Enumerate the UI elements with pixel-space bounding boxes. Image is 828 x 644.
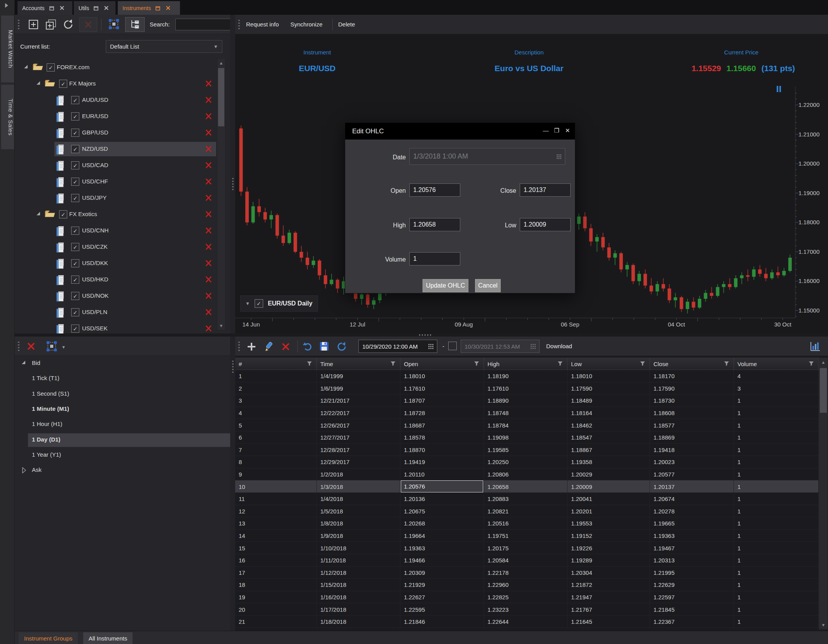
cell-volume[interactable]: 1 bbox=[734, 591, 819, 604]
add-list-icon[interactable] bbox=[27, 18, 40, 31]
table-row[interactable]: 201/17/20181.225951.232231.217671.218451 bbox=[235, 603, 819, 616]
cell-close[interactable]: 1.21845 bbox=[650, 603, 734, 616]
cell-time[interactable]: 1/10/2018 bbox=[317, 542, 400, 554]
cell-close[interactable]: 1.18730 bbox=[650, 394, 734, 407]
update-ohlc-button[interactable]: Update OHLC bbox=[423, 279, 468, 292]
remove-item-icon[interactable] bbox=[205, 227, 212, 234]
tree-item-usd-cnh[interactable]: USD/CNH bbox=[82, 227, 108, 234]
cell-editor[interactable]: 1.20576 bbox=[401, 480, 483, 492]
cell-volume[interactable]: 1 bbox=[734, 603, 819, 616]
tree-item-fx-exotics[interactable]: FX Exotics bbox=[69, 211, 97, 217]
footer-tab-instrument-groups[interactable]: Instrument Groups bbox=[19, 632, 78, 644]
cell-close[interactable]: 1.20313 bbox=[650, 554, 734, 567]
tree-item-usd-hkd[interactable]: USD/HKD bbox=[82, 276, 108, 283]
table-row[interactable]: 11/4/19991.180101.181901.180101.181704 bbox=[235, 370, 819, 382]
cell-open[interactable]: 1.18728 bbox=[400, 407, 484, 419]
toolbar-grip[interactable] bbox=[18, 342, 19, 352]
scrollbar-thumb[interactable] bbox=[820, 368, 827, 413]
scroll-down-icon[interactable]: ▼ bbox=[819, 621, 828, 629]
cell-close[interactable]: 1.17590 bbox=[650, 382, 734, 395]
cell-open[interactable]: 1.18687 bbox=[400, 419, 484, 431]
cell-open[interactable]: 1.17610 bbox=[400, 382, 484, 395]
cell-volume[interactable]: 1 bbox=[734, 407, 819, 419]
cell-time[interactable]: 1/15/2018 bbox=[317, 579, 400, 591]
cell-close[interactable]: 1.18577 bbox=[650, 419, 734, 431]
cell-low[interactable]: 1.21872 bbox=[568, 579, 650, 591]
table-row[interactable]: 211/18/20181.218461.226441.216451.223671 bbox=[235, 616, 819, 628]
chevron-down-icon[interactable]: ▼ bbox=[245, 301, 250, 306]
cell-high[interactable]: 1.20175 bbox=[484, 542, 568, 554]
cell-num[interactable]: 9 bbox=[235, 468, 317, 481]
column-header-time[interactable]: Time bbox=[317, 358, 400, 370]
tree-checkbox-checked[interactable]: ✓ bbox=[71, 292, 79, 300]
cell-low[interactable]: 1.18462 bbox=[568, 419, 650, 431]
chart-series-legend[interactable]: ▼ ✓ EUR/USD Daily bbox=[240, 295, 318, 312]
column-header-high[interactable]: High bbox=[484, 358, 568, 370]
cell-num[interactable]: 7 bbox=[235, 444, 317, 456]
cell-open[interactable]: 1.21846 bbox=[400, 616, 484, 628]
cell-high[interactable]: 1.20516 bbox=[484, 517, 568, 530]
cell-low[interactable]: 1.18489 bbox=[568, 394, 650, 407]
cell-num[interactable]: 14 bbox=[235, 530, 317, 542]
tree-checkbox-checked[interactable]: ✓ bbox=[71, 243, 79, 251]
cell-close[interactable]: 1.20577 bbox=[650, 468, 734, 481]
cell-high[interactable]: 1.20806 bbox=[484, 468, 568, 481]
toolbar-grip[interactable] bbox=[238, 20, 240, 30]
cell-time[interactable]: 1/2/2018 bbox=[317, 468, 400, 481]
cell-volume[interactable]: 1 bbox=[734, 517, 819, 530]
cell-close[interactable]: 1.19467 bbox=[650, 542, 734, 554]
tree-checkbox-checked[interactable]: ✓ bbox=[59, 80, 67, 88]
tree-checkbox-checked[interactable]: ✓ bbox=[59, 210, 67, 218]
tree-item-usd-cad[interactable]: USD/CAD bbox=[82, 162, 108, 168]
cell-high[interactable]: 1.20584 bbox=[484, 554, 568, 567]
cell-high[interactable]: 1.20658 bbox=[484, 480, 568, 493]
cell-low[interactable]: 1.20304 bbox=[568, 567, 650, 579]
low-field[interactable]: 1.20009 bbox=[520, 218, 571, 231]
cell-num[interactable]: 16 bbox=[235, 554, 317, 567]
cell-volume[interactable]: 1 bbox=[734, 419, 819, 431]
table-row[interactable]: 312/21/20171.187071.188901.184891.187301 bbox=[235, 394, 819, 407]
period-item-bid[interactable]: Bid bbox=[32, 360, 40, 366]
tree-item-usd-dkk[interactable]: USD/DKK bbox=[82, 260, 108, 266]
scroll-up-icon[interactable]: ▲ bbox=[819, 358, 828, 366]
cell-open[interactable]: 1.20268 bbox=[400, 517, 484, 530]
cell-open[interactable]: 1.18870 bbox=[400, 444, 484, 456]
remove-item-icon[interactable] bbox=[205, 194, 212, 202]
maximize-icon[interactable]: ❐ bbox=[552, 127, 561, 134]
edit-row-icon[interactable] bbox=[264, 341, 275, 352]
period-item-1-minute-m1-[interactable]: 1 Minute (M1) bbox=[32, 405, 69, 412]
footer-tab-all-instruments[interactable]: All Instruments bbox=[83, 632, 133, 644]
scrollbar-thumb[interactable] bbox=[218, 68, 224, 126]
calendar-icon[interactable] bbox=[428, 344, 433, 349]
cell-num[interactable]: 10 bbox=[235, 480, 317, 493]
close-icon[interactable] bbox=[166, 5, 171, 10]
period-item-ask[interactable]: Ask bbox=[32, 466, 42, 473]
cell-close[interactable]: 1.20137 bbox=[650, 480, 734, 493]
cell-low[interactable]: 1.19553 bbox=[568, 517, 650, 530]
cell-close[interactable]: 1.18869 bbox=[650, 431, 734, 444]
table-row[interactable]: 812/29/20171.194191.202501.193581.200231 bbox=[235, 456, 819, 468]
cell-volume[interactable]: 1 bbox=[734, 579, 819, 591]
horizontal-splitter[interactable] bbox=[15, 333, 828, 337]
cell-close[interactable]: 1.20278 bbox=[650, 505, 734, 518]
expander-expanded-icon[interactable] bbox=[37, 81, 40, 85]
table-row[interactable]: 161/11/20181.194661.205841.192891.203131 bbox=[235, 554, 819, 567]
table-row[interactable]: 101/3/20181.205761.206581.200091.201371 bbox=[235, 480, 819, 493]
remove-item-icon[interactable] bbox=[205, 178, 212, 185]
cell-num[interactable]: 19 bbox=[235, 591, 317, 604]
column-header-num[interactable]: # bbox=[235, 358, 317, 370]
cell-open[interactable]: 1.18707 bbox=[400, 394, 484, 407]
remove-item-icon[interactable] bbox=[205, 260, 212, 267]
tree-item-aud-usd[interactable]: AUD/USD bbox=[82, 96, 108, 103]
table-row[interactable]: 111/4/20181.201361.208831.200411.206741 bbox=[235, 493, 819, 505]
tree-item-usd-pln[interactable]: USD/PLN bbox=[82, 309, 107, 315]
tree-checkbox-checked[interactable]: ✓ bbox=[71, 145, 79, 153]
delete-button[interactable]: Delete bbox=[338, 21, 355, 28]
remove-item-icon[interactable] bbox=[205, 276, 212, 283]
table-row[interactable]: 512/26/20171.186871.187841.184621.185771 bbox=[235, 419, 819, 431]
cell-close[interactable]: 1.18170 bbox=[650, 370, 734, 382]
cell-low[interactable]: 1.18547 bbox=[568, 431, 650, 444]
delete-period-icon[interactable] bbox=[26, 342, 36, 351]
cell-high[interactable]: 1.22178 bbox=[484, 567, 568, 579]
cell-low[interactable]: 1.20041 bbox=[568, 493, 650, 505]
